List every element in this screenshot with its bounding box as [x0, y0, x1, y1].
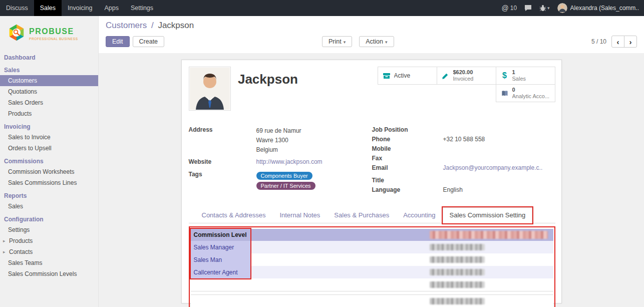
- annotation-box-table: Commission Level Sales Manager Sales Man: [189, 226, 555, 307]
- sidebar-section-reports[interactable]: Reports: [0, 188, 98, 201]
- top-menu-sales[interactable]: Sales: [34, 0, 62, 16]
- sidebar-section-dashboard[interactable]: Dashboard: [0, 50, 98, 63]
- tab-internal-notes[interactable]: Internal Notes: [272, 207, 327, 223]
- pager-count: 5 / 10: [591, 38, 606, 45]
- sidebar-item-commission-worksheets[interactable]: Commission Worksheets: [0, 166, 98, 177]
- address-line: Wavre 1300: [256, 136, 301, 145]
- sidebar-item-orders-to-upsell[interactable]: Orders to Upsell: [0, 143, 98, 154]
- website-link[interactable]: http://www.jackpson.com: [256, 158, 323, 165]
- sidebar-item-reports-sales[interactable]: Sales: [0, 201, 98, 212]
- table-row[interactable]: Sales Manager: [191, 241, 553, 253]
- sidebar-item-quotations[interactable]: Quotations: [0, 86, 98, 97]
- table-row[interactable]: Callcenter Agent: [191, 266, 553, 278]
- print-dropdown-button[interactable]: Print▾: [322, 36, 352, 47]
- commission-level-cell[interactable]: Sales Man: [191, 253, 250, 266]
- archive-icon: [382, 72, 392, 80]
- sidebar-item-sales-commissions-lines[interactable]: Sales Commissions Lines: [0, 177, 98, 188]
- table-row[interactable]: Sales Man: [191, 253, 553, 266]
- sidebar-item-sales-teams[interactable]: Sales Teams: [0, 257, 98, 268]
- analytic-accounts-stat-button[interactable]: 0 Analytic Acco...: [496, 84, 555, 102]
- sales-stat-button[interactable]: $ 1 Sales: [496, 67, 555, 85]
- mobile-label: Mobile: [372, 145, 443, 152]
- redacted-value: [430, 256, 485, 263]
- tab-contacts-addresses[interactable]: Contacts & Addresses: [195, 207, 273, 223]
- column-header-commission-level: Commission Level: [191, 229, 250, 241]
- book-icon: [500, 90, 510, 97]
- debug-bug-icon[interactable]: ▾: [539, 5, 550, 12]
- website-label: Website: [189, 158, 256, 165]
- address-line: 69 rue de Namur: [256, 126, 301, 136]
- chevron-right-icon: ▸: [3, 238, 7, 243]
- tag-components-buyer[interactable]: Components Buyer: [256, 172, 312, 180]
- sidebar-item-config-contacts[interactable]: ▸ Contacts: [0, 246, 98, 257]
- breadcrumb-customers[interactable]: Customers: [106, 21, 147, 30]
- address-value: 69 rue de Namur Wavre 1300 Belgium: [256, 126, 301, 155]
- breadcrumb: Customers / Jackpson: [106, 21, 637, 31]
- stat-value: $620.00: [453, 69, 474, 76]
- sidebar-item-sales-commission-levels[interactable]: Sales Commission Levels: [0, 268, 98, 279]
- sidebar-item-products[interactable]: Products: [0, 108, 98, 119]
- top-menu-discuss[interactable]: Discuss: [0, 0, 34, 16]
- sidebar-section-sales[interactable]: Sales: [0, 63, 98, 75]
- user-name: Alexandra (Sales_comm..: [570, 5, 639, 12]
- stat-value: 1: [512, 69, 526, 76]
- edit-button[interactable]: Edit: [106, 36, 130, 47]
- top-menu-invoicing[interactable]: Invoicing: [62, 0, 98, 16]
- next-record-button[interactable]: ›: [624, 36, 637, 48]
- topbar-right: @ 10 ▾ Alexandra (Sales_comm..: [502, 3, 644, 13]
- phone-value: +32 10 588 558: [443, 136, 485, 143]
- redacted-value: [430, 281, 485, 288]
- tab-accounting[interactable]: Accounting: [396, 207, 442, 223]
- sidebar-item-settings[interactable]: Settings: [0, 224, 98, 235]
- phone-label: Phone: [372, 136, 443, 143]
- messages-icon[interactable]: [524, 5, 532, 12]
- sidebar-item-customers[interactable]: Customers: [0, 75, 98, 86]
- stat-label: Invoiced: [453, 76, 474, 82]
- create-button[interactable]: Create: [133, 36, 165, 47]
- mention-count: 10: [510, 5, 517, 12]
- breadcrumb-separator: /: [151, 21, 154, 30]
- top-bar: Discuss Sales Invoicing Apps Settings @ …: [0, 0, 644, 16]
- sidebar-section-configuration[interactable]: Configuration: [0, 212, 98, 224]
- at-icon: @: [502, 4, 509, 12]
- previous-record-button[interactable]: ‹: [611, 36, 624, 48]
- user-menu[interactable]: Alexandra (Sales_comm..: [557, 3, 639, 13]
- tags-label: Tags: [189, 171, 256, 178]
- sidebar-item-sales-orders[interactable]: Sales Orders: [0, 97, 98, 108]
- sidebar-section-invoicing[interactable]: Invoicing: [0, 119, 98, 132]
- sidebar-item-config-products[interactable]: ▸ Products: [0, 235, 98, 246]
- table-footer-row: [191, 295, 553, 307]
- chevron-right-icon: ▸: [3, 249, 7, 254]
- table-row-empty[interactable]: [191, 278, 553, 291]
- top-menu-apps[interactable]: Apps: [98, 0, 125, 16]
- sidebar-item-sales-to-invoice[interactable]: Sales to Invoice: [0, 132, 98, 143]
- empty-cell: [191, 295, 250, 307]
- user-avatar: [557, 3, 567, 13]
- job-position-label: Job Position: [372, 126, 443, 133]
- top-menu-settings[interactable]: Settings: [125, 0, 159, 16]
- active-stat-button[interactable]: Active: [378, 67, 437, 85]
- language-value: English: [443, 186, 463, 193]
- table-header-row: Commission Level: [191, 229, 553, 241]
- invoiced-stat-button[interactable]: $620.00 Invoiced: [437, 67, 496, 85]
- stat-label: Sales: [512, 76, 526, 82]
- fax-label: Fax: [372, 155, 443, 162]
- tab-sales-commission-setting[interactable]: Sales Commission Setting: [443, 207, 533, 223]
- mention-counter[interactable]: @ 10: [502, 4, 517, 12]
- action-dropdown-button[interactable]: Action▾: [359, 36, 394, 47]
- redacted-value: [430, 244, 485, 250]
- commission-level-cell[interactable]: Sales Manager: [191, 241, 250, 253]
- customer-photo[interactable]: [189, 67, 231, 111]
- probuse-logo-icon: [7, 23, 26, 44]
- record-title: Jackpson: [238, 72, 298, 87]
- sidebar-item-label: Contacts: [9, 248, 33, 255]
- brand-logo[interactable]: PROBUSE PROFESSIONAL BUSINESS: [0, 16, 98, 50]
- sidebar-section-commissions[interactable]: Commissions: [0, 154, 98, 166]
- redacted-header-value: [430, 231, 548, 239]
- email-link[interactable]: Jackpson@yourcompany.example.c..: [443, 164, 543, 171]
- tag-partner-it-services[interactable]: Partner / IT Services: [256, 182, 315, 190]
- commission-level-cell[interactable]: Callcenter Agent: [191, 266, 250, 278]
- pager: 5 / 10 ‹ ›: [591, 36, 637, 48]
- tab-sales-purchases[interactable]: Sales & Purchases: [327, 207, 396, 223]
- stat-label: Analytic Acco...: [512, 93, 550, 100]
